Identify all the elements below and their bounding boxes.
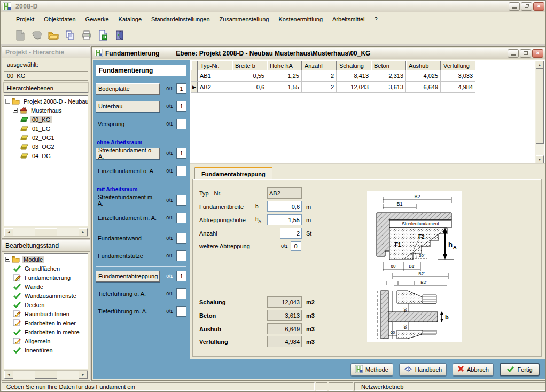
sidebar-item-einzelfundament-oa[interactable]: Einzelfundament o. A. xyxy=(96,166,160,177)
child-close-button[interactable]: × xyxy=(532,49,543,58)
menu-zusammenstellung[interactable]: Zusammenstellung xyxy=(215,14,274,24)
fundamentbreite-input[interactable] xyxy=(267,201,302,212)
scroll-up-icon[interactable]: ▲ xyxy=(536,61,544,69)
module-item-grundflaechen[interactable]: Grundflächen xyxy=(13,264,88,273)
table-vscrollbar[interactable]: ▲ ▼ xyxy=(535,61,544,163)
tree-item-02-og1[interactable]: 02_OG1 xyxy=(20,133,88,142)
menu-standardeinstellungen[interactable]: Standardeinstellungen xyxy=(146,14,214,24)
module-item-allgemein[interactable]: Allgemein xyxy=(13,336,88,346)
sidebar-item-fundamentabtreppung[interactable]: Fundamentabtreppung xyxy=(96,271,160,282)
tree-item-01-eg[interactable]: 01_EG xyxy=(20,124,88,133)
tree-item-03-og2[interactable]: 03_OG2 xyxy=(20,142,88,151)
count-input-streifenfundament-ma[interactable] xyxy=(176,195,186,206)
module-item-erdarbeiten-mehre[interactable]: Erdarbeiten in mehre xyxy=(13,327,88,336)
scroll-thumb[interactable] xyxy=(35,228,57,236)
export-icon[interactable] xyxy=(96,28,110,42)
menu-arbeitsmittel[interactable]: Arbeitsmittel xyxy=(327,14,370,24)
bearbeitungsstand-panel: Bearbeitungsstand Module Grundflächen Fu… xyxy=(2,240,90,381)
count-input-tieferfuehrung-oa[interactable] xyxy=(176,288,186,299)
count-input-fundamentabtreppung[interactable] xyxy=(176,271,186,281)
count-input-unterbau[interactable] xyxy=(176,101,186,112)
tree-item-musterhaus[interactable]: Musterhaus xyxy=(13,106,88,115)
abtreppungshoehe-input[interactable] xyxy=(267,214,302,225)
fertig-button[interactable]: Fertig xyxy=(500,363,540,376)
module-item-innentueren[interactable]: Innentüren xyxy=(13,346,88,355)
new-document-icon[interactable] xyxy=(13,28,27,42)
count-input-fundamentstuetze[interactable] xyxy=(176,250,186,261)
unit-label: m xyxy=(306,217,311,223)
sidebar-item-unterbau[interactable]: Unterbau xyxy=(96,101,160,112)
scroll-right-icon[interactable]: ► xyxy=(79,228,88,236)
count-input-fundamentwand[interactable] xyxy=(176,233,186,244)
current-row-marker[interactable]: ▶ xyxy=(191,82,198,93)
copy-icon[interactable] xyxy=(63,28,76,42)
sidebar-item-versprung[interactable]: Versprung xyxy=(96,119,160,130)
scroll-down-icon[interactable]: ▼ xyxy=(536,155,544,163)
menu-projekt[interactable]: Projekt xyxy=(11,14,39,24)
table-row[interactable]: AB1 0,55 1,25 2 8,413 2,313 4,025 3,033 xyxy=(191,70,475,82)
scroll-left-icon[interactable]: ◄ xyxy=(4,371,13,379)
menu-gewerke[interactable]: Gewerke xyxy=(81,14,114,24)
sidebar-item-tieferfuehrung-ma[interactable]: Tieferführung m. A. xyxy=(96,306,160,317)
sidebar-item-bodenplatte[interactable]: Bodenplatte xyxy=(96,83,160,95)
handbuch-button[interactable]: Handbuch xyxy=(399,363,447,376)
tree-item-module-root[interactable]: Module xyxy=(5,255,88,264)
hierarchy-hscrollbar[interactable]: ◄ ► xyxy=(4,228,88,237)
sidebar-item-streifenfundament-ma[interactable]: Streifenfundament m. A. xyxy=(96,195,160,206)
scroll-thumb[interactable] xyxy=(536,69,544,144)
close-button[interactable]: × xyxy=(533,2,544,11)
count-input-streifenfundament-oa[interactable] xyxy=(176,148,186,159)
tree-item-04-dg[interactable]: 04_DG xyxy=(20,151,88,160)
collapse-toggle[interactable] xyxy=(5,99,10,104)
exit-door-icon[interactable] xyxy=(113,28,126,42)
collapse-toggle[interactable] xyxy=(5,257,10,262)
module-item-wandzusammenstellung[interactable]: Wandzusammenste xyxy=(13,291,88,300)
child-maximize-button[interactable] xyxy=(520,49,531,58)
menu-kataloge[interactable]: Kataloge xyxy=(114,14,146,24)
minimize-button[interactable] xyxy=(509,2,520,11)
abbruch-button[interactable]: Abbruch xyxy=(453,363,494,376)
module-item-erdarbeiten-einer[interactable]: Erdarbeiten in einer xyxy=(13,318,88,327)
scroll-right-icon[interactable]: ► xyxy=(79,371,88,379)
sidebar-item-fundamentstuetze[interactable]: Fundamentstütze xyxy=(96,250,160,262)
menu-objektdaten[interactable]: Objektdaten xyxy=(39,14,80,24)
menu-bar: Projekt Objektdaten Gewerke Kataloge Sta… xyxy=(1,12,546,26)
module-hscrollbar[interactable]: ◄ ► xyxy=(4,370,88,379)
weitere-abtreppung-input[interactable] xyxy=(291,241,301,251)
count-input-tieferfuehrung-ma[interactable] xyxy=(176,306,186,317)
anzahl-input[interactable] xyxy=(280,228,302,239)
scroll-left-icon[interactable]: ◄ xyxy=(4,228,13,236)
hierarchy-panel-title: Projekt - Hierarchie xyxy=(2,47,90,58)
collapse-toggle[interactable] xyxy=(13,108,18,113)
open-project-icon[interactable] xyxy=(30,28,43,42)
folder-open-icon[interactable] xyxy=(46,28,60,42)
module-item-raumbuch-innen[interactable]: Raumbuch Innen xyxy=(13,309,88,318)
row-selector[interactable] xyxy=(191,70,198,82)
count-input-einzelfundament-ma[interactable] xyxy=(176,213,186,223)
levels-header[interactable]: Hierarchieebenen xyxy=(4,83,88,93)
menu-help[interactable]: ? xyxy=(370,14,383,24)
table-row-selected[interactable]: ▶ AB2 0,6 1,55 2 12,043 3,613 6,649 4,98… xyxy=(191,82,475,93)
sidebar-item-streifenfundament-oa[interactable]: Streifenfundament o. A. xyxy=(96,148,160,159)
anzahl-label: Anzahl xyxy=(199,230,255,237)
sidebar-item-fundamentwand[interactable]: Fundamentwand xyxy=(96,233,160,244)
tab-fundamentabtreppung[interactable]: Fundamentabtreppung xyxy=(194,167,272,179)
sidebar-item-einzelfundament-ma[interactable]: Einzelfundament m. A. xyxy=(96,213,160,224)
module-item-decken[interactable]: Decken xyxy=(13,300,88,309)
scroll-thumb[interactable] xyxy=(35,371,57,379)
column-header: Beton xyxy=(371,61,406,70)
tree-item-00-kg[interactable]: 00_KG xyxy=(20,115,88,124)
tree-item-project[interactable]: Projekt 2008-D - Neubau xyxy=(5,97,88,106)
count-input-versprung[interactable] xyxy=(176,119,186,129)
menu-kostenermittlung[interactable]: Kostenermittlung xyxy=(274,14,327,24)
count-input-bodenplatte[interactable] xyxy=(176,83,186,94)
sidebar-item-tieferfuehrung-oa[interactable]: Tieferführung o. A. xyxy=(96,288,160,300)
child-minimize-button[interactable] xyxy=(508,49,519,58)
module-item-waende[interactable]: Wände xyxy=(13,282,88,291)
symbol-ha: hA xyxy=(255,216,267,224)
methode-button[interactable]: Methode xyxy=(350,363,393,376)
module-item-fundamentierung[interactable]: Fundamentierung xyxy=(13,273,88,282)
restore-button[interactable] xyxy=(521,2,532,11)
count-input-einzelfundament-oa[interactable] xyxy=(176,166,186,176)
print-icon[interactable] xyxy=(80,28,93,42)
